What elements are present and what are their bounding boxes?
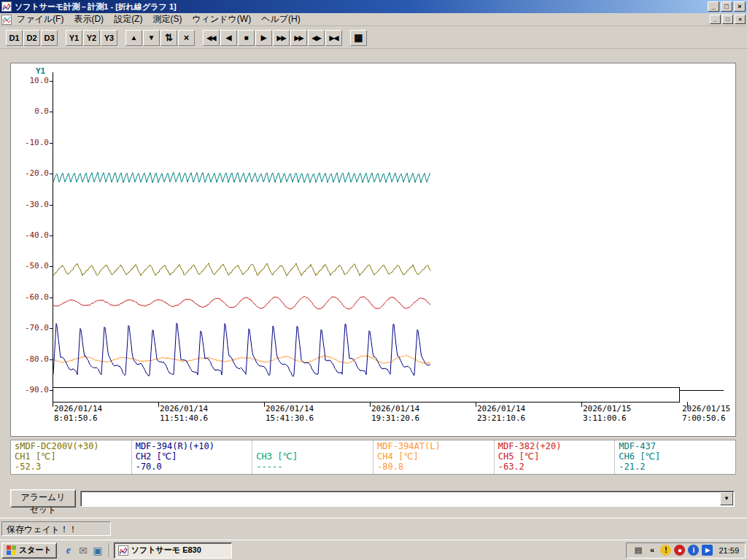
task-app-icon <box>118 545 128 556</box>
alarm-reset-button[interactable]: アラームリセット <box>10 489 76 508</box>
app-icon <box>1 1 12 12</box>
y-axis-3-button[interactable]: Y3 <box>101 30 117 46</box>
legend-current-value: -70.0 <box>136 462 249 472</box>
series-ch2-line <box>53 323 430 376</box>
menu-item-view[interactable]: 表示(D) <box>69 12 109 26</box>
warning-icon[interactable]: ! <box>660 545 671 556</box>
scroll-fast-forward-button[interactable]: ▶▶ <box>273 30 290 46</box>
legend-current-value: -63.2 <box>498 462 611 472</box>
alarm-icon[interactable]: ● <box>674 545 685 556</box>
scale-auto-button[interactable]: ⇅ <box>160 30 177 46</box>
child-restore-button[interactable]: □ <box>722 15 733 24</box>
keyboard-icon[interactable]: ▤ <box>632 545 643 556</box>
internet-explorer-icon[interactable]: e <box>61 543 76 558</box>
scroll-forward-button[interactable]: ▶ <box>255 30 272 46</box>
legend-ch6: MDF-437CH6 [℃]-21.2 <box>615 440 735 474</box>
scroll-rewind-button[interactable]: ◀◀ <box>203 30 220 46</box>
maximize-button[interactable]: □ <box>721 1 732 12</box>
legend-channel-label: CH2 [℃] <box>136 451 249 462</box>
window-title: ソフトサーモ計測－計測1 - [折れ線グラフ 1] <box>15 1 706 12</box>
step-back-icon: ◀ <box>226 34 232 42</box>
child-window-icon <box>1 15 12 25</box>
rewind-icon: ◀◀ <box>207 34 216 42</box>
mail-icon[interactable]: ✉ <box>76 543 90 558</box>
start-button[interactable]: スタート <box>1 542 57 559</box>
toolbar: D1D2D3Y1Y2Y3▲▼⇅×◀◀◀■▶▶▶▶▶◀▶▶◀▦ <box>0 27 747 49</box>
y-tick-label: -10.0 <box>17 138 49 147</box>
menu-item-measure[interactable]: 測定(S) <box>147 12 187 26</box>
legend-current-value: -80.8 <box>377 462 490 472</box>
windows-logo-icon <box>7 545 16 555</box>
arrow-up-down-icon: ⇅ <box>165 32 173 43</box>
application-window: ソフトサーモ計測－計測1 - [折れ線グラフ 1] _ □ × ファイル(F)表… <box>0 0 747 560</box>
x-tick-time: 7:00:50.6 <box>682 413 726 423</box>
time-range-box <box>53 388 680 402</box>
skip-end-icon: ▶▶ <box>295 34 303 42</box>
status-text: 保存ウェイト！！ <box>1 521 111 536</box>
child-close-button[interactable]: × <box>735 15 746 24</box>
show-desktop-icon[interactable]: ▣ <box>90 543 105 558</box>
legend-sensor-name: MDF-382(+20) <box>498 441 611 451</box>
scale-down-button[interactable]: ▼ <box>143 30 160 46</box>
quick-launch-bar: e✉▣ <box>61 543 105 558</box>
media-play-icon[interactable]: ▶ <box>702 545 713 556</box>
menu-item-settings[interactable]: 設定(Z) <box>109 12 147 26</box>
close-button[interactable]: × <box>734 1 746 12</box>
scale-up-button[interactable]: ▲ <box>125 30 142 46</box>
menu-item-file[interactable]: ファイル(F) <box>12 12 69 26</box>
menu-bar: ファイル(F)表示(D)設定(Z)測定(S)ウィンドウ(W)ヘルプ(H) _ □… <box>0 13 747 26</box>
task-button[interactable]: ソフトサーモ E830 <box>114 542 232 559</box>
x-tick-date: 2026/01/15 <box>583 404 631 413</box>
x-tick-date: 2026/01/14 <box>371 404 419 413</box>
x-tick-date: 2026/01/14 <box>54 404 102 413</box>
scroll-to-end-button[interactable]: ▶▶ <box>290 30 307 46</box>
series-ch1-line <box>53 263 430 276</box>
y-axis-title: Y1 <box>36 66 45 76</box>
legend-channel-label: CH1 [℃] <box>15 451 128 462</box>
display-2-button[interactable]: D2 <box>23 30 40 46</box>
info-icon[interactable]: i <box>688 545 699 556</box>
display-1-button[interactable]: D1 <box>6 30 23 46</box>
toolbar-group-y-axis-select: Y1Y2Y3 <box>66 30 118 46</box>
legend-channel-label: CH4 [℃] <box>377 451 490 462</box>
x-tick-date: 2026/01/14 <box>477 404 525 413</box>
y-tick-label: -80.0 <box>17 354 49 364</box>
line-chart <box>11 63 735 436</box>
graph-icon: ▦ <box>354 32 363 43</box>
time-compress-button[interactable]: ▶◀ <box>325 30 342 46</box>
minimize-button[interactable]: _ <box>708 1 719 12</box>
taskbar: スタート e✉▣ ソフトサーモ E830 ▤«!●i▶21:59 <box>0 540 747 560</box>
legend-ch3: CH3 [℃]----- <box>252 440 374 474</box>
collapse-chevron-icon[interactable]: « <box>646 545 657 556</box>
x-tick-date: 2026/01/15 <box>682 404 730 413</box>
menu-item-window[interactable]: ウィンドウ(W) <box>187 12 256 26</box>
alarm-history-combobox[interactable]: ▼ <box>80 491 735 507</box>
stop-icon: ■ <box>244 34 248 42</box>
start-label: スタート <box>19 545 52 556</box>
menu-item-help[interactable]: ヘルプ(H) <box>256 12 306 26</box>
compress-icon: ▶◀ <box>330 34 338 42</box>
y-tick-label: -30.0 <box>17 200 49 209</box>
y-tick-label: 0.0 <box>17 106 49 116</box>
scroll-stop-button[interactable]: ■ <box>238 30 255 46</box>
child-minimize-button[interactable]: _ <box>710 15 721 24</box>
legend-sensor-name: MDF-437 <box>619 441 732 451</box>
menu-items: ファイル(F)表示(D)設定(Z)測定(S)ウィンドウ(W)ヘルプ(H) <box>12 12 306 26</box>
fast-forward-icon: ▶▶ <box>277 34 286 42</box>
y-axis-2-button[interactable]: Y2 <box>83 30 100 46</box>
time-expand-button[interactable]: ◀▶ <box>308 30 325 46</box>
y-tick-label: -20.0 <box>17 168 49 178</box>
x-tick-time: 11:51:40.6 <box>160 413 208 423</box>
step-forward-icon: ▶ <box>261 34 267 42</box>
y-axis-1-button[interactable]: Y1 <box>66 30 82 46</box>
graph-settings-button[interactable]: ▦ <box>350 30 367 46</box>
x-tick-time: 19:31:20.6 <box>371 413 419 423</box>
scale-clear-button[interactable]: × <box>178 30 195 46</box>
legend-channel-label: CH3 [℃] <box>256 451 369 462</box>
x-tick-date: 2026/01/14 <box>266 404 314 413</box>
legend-ch1: sMDF-DC200V(+30)CH1 [℃]-52.3 <box>11 440 132 474</box>
legend-sensor-name: sMDF-DC200V(+30) <box>15 441 128 451</box>
display-3-button[interactable]: D3 <box>41 30 58 46</box>
combobox-dropdown-icon[interactable]: ▼ <box>720 492 733 505</box>
scroll-back-button[interactable]: ◀ <box>220 30 237 46</box>
